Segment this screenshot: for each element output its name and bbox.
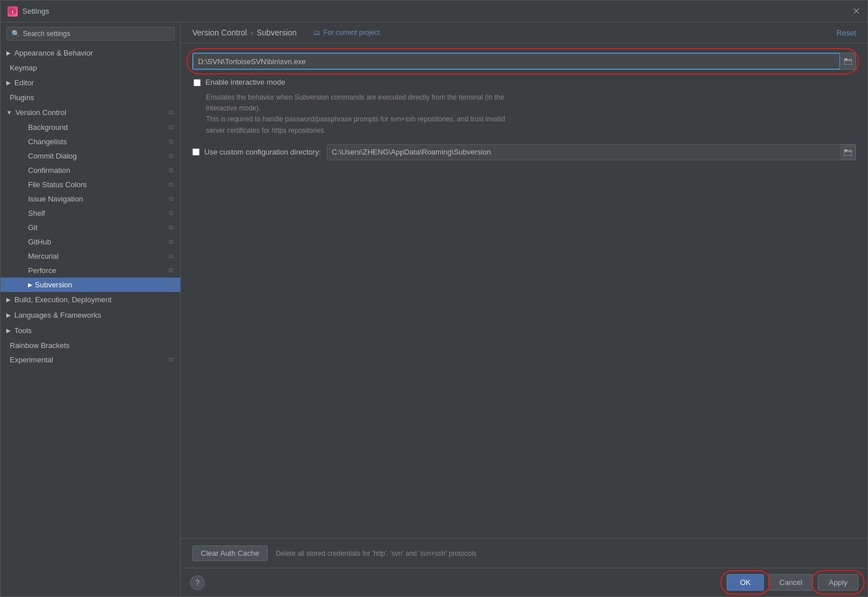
sidebar-item-commit-dialog[interactable]: Commit Dialog ⧉ xyxy=(1,149,180,163)
content-area: 🔍 ▶ Appearance & Behavior Keymap ▶ Edito… xyxy=(1,22,867,596)
for-project-label: For current project xyxy=(323,29,379,37)
close-button[interactable]: ✕ xyxy=(851,7,861,16)
svg-text:I: I xyxy=(12,9,14,15)
sidebar-item-languages[interactable]: ▶ Languages & Frameworks xyxy=(1,307,180,323)
use-custom-config-label[interactable]: Use custom configuration directory: xyxy=(204,148,321,156)
sidebar-item-editor[interactable]: ▶ Editor xyxy=(1,75,180,90)
sidebar-item-experimental[interactable]: Experimental ⧉ xyxy=(1,353,180,367)
sidebar-item-label: GitHub xyxy=(28,238,51,246)
svg-rect-5 xyxy=(845,149,847,151)
ok-button[interactable]: OK xyxy=(727,574,764,591)
breadcrumb-parent: Version Control xyxy=(192,28,247,37)
copy-icon: ⧉ xyxy=(169,356,173,363)
custom-config-browse-button[interactable] xyxy=(840,144,856,160)
sidebar: 🔍 ▶ Appearance & Behavior Keymap ▶ Edito… xyxy=(1,22,181,596)
sidebar-item-background[interactable]: Background ⧉ xyxy=(1,120,180,135)
sidebar-item-keymap[interactable]: Keymap xyxy=(1,61,180,75)
sidebar-item-label: Commit Dialog xyxy=(28,152,77,160)
for-project-link[interactable]: 🗂 For current project xyxy=(314,29,379,37)
breadcrumb-current: Subversion xyxy=(256,28,296,37)
chevron-right-icon: ▶ xyxy=(6,327,11,334)
help-button[interactable]: ? xyxy=(190,575,205,590)
apply-button[interactable]: Apply xyxy=(818,574,858,591)
copy-icon: ⧉ xyxy=(169,109,173,116)
sidebar-item-tools[interactable]: ▶ Tools xyxy=(1,323,180,338)
sidebar-item-file-status-colors[interactable]: File Status Colors ⧉ xyxy=(1,177,180,192)
sidebar-item-label: Plugins xyxy=(10,93,34,102)
interactive-mode-checkbox[interactable] xyxy=(193,79,201,86)
copy-icon: ⧉ xyxy=(169,281,173,288)
sidebar-item-confirmation[interactable]: Confirmation ⧉ xyxy=(1,163,180,177)
project-icon: 🗂 xyxy=(314,29,320,37)
sidebar-item-label: Subversion xyxy=(35,280,72,289)
sidebar-item-issue-navigation[interactable]: Issue Navigation ⧉ xyxy=(1,192,180,206)
custom-config-input[interactable] xyxy=(327,144,841,160)
sidebar-item-git[interactable]: Git ⧉ xyxy=(1,220,180,235)
sidebar-item-github[interactable]: GitHub ⧉ xyxy=(1,235,180,249)
chevron-right-icon: ▶ xyxy=(6,50,11,56)
copy-icon: ⧉ xyxy=(169,267,173,274)
sidebar-item-label: Editor xyxy=(14,78,34,87)
interactive-description: Emulates the behavior when Subversion co… xyxy=(206,92,856,136)
search-icon: 🔍 xyxy=(11,30,20,38)
search-input[interactable] xyxy=(23,30,169,38)
svn-path-row xyxy=(192,53,856,70)
sidebar-item-shelf[interactable]: Shelf ⧉ xyxy=(1,206,180,220)
sidebar-item-rainbow-brackets[interactable]: Rainbow Brackets xyxy=(1,338,180,353)
svg-rect-4 xyxy=(844,151,852,156)
chevron-right-icon: ▶ xyxy=(28,282,33,288)
sidebar-item-label: Changelists xyxy=(28,137,67,146)
sidebar-item-label: Git xyxy=(28,223,38,232)
copy-icon: ⧉ xyxy=(169,152,173,160)
settings-window: I Settings ✕ 🔍 ▶ Appearance & Behavior K… xyxy=(0,0,868,597)
sidebar-item-changelists[interactable]: Changelists ⧉ xyxy=(1,135,180,149)
sidebar-item-label: Version Control xyxy=(15,108,66,117)
cache-description: Delete all stored credentials for 'http'… xyxy=(276,549,477,558)
sidebar-item-build-execution[interactable]: ▶ Build, Execution, Deployment xyxy=(1,292,180,307)
sidebar-item-label: Tools xyxy=(14,326,31,335)
breadcrumb: Version Control › Subversion xyxy=(192,28,296,37)
sidebar-item-mercurial[interactable]: Mercurial ⧉ xyxy=(1,249,180,263)
sidebar-item-subversion[interactable]: ▶ Subversion ⧉ xyxy=(1,278,180,292)
copy-icon: ⧉ xyxy=(169,138,173,145)
sidebar-item-label: Mercurial xyxy=(28,252,58,260)
description-line4: server certificates for https repositori… xyxy=(206,126,326,135)
copy-icon: ⧉ xyxy=(169,224,173,231)
copy-icon: ⧉ xyxy=(169,209,173,217)
cancel-button[interactable]: Cancel xyxy=(768,574,813,591)
sidebar-item-label: Perforce xyxy=(28,266,56,275)
sidebar-item-label: Issue Navigation xyxy=(28,195,83,203)
title-bar: I Settings ✕ xyxy=(1,1,867,22)
sidebar-item-label: Background xyxy=(28,123,68,132)
svn-path-browse-button[interactable] xyxy=(840,53,856,70)
window-title: Settings xyxy=(22,7,851,15)
sidebar-item-appearance[interactable]: ▶ Appearance & Behavior xyxy=(1,45,180,61)
main-content: Enable interactive mode Emulates the beh… xyxy=(181,44,867,538)
description-line2: interactive mode). xyxy=(206,104,260,112)
use-custom-config-checkbox[interactable] xyxy=(192,148,200,156)
sidebar-item-label: File Status Colors xyxy=(28,180,87,189)
sidebar-item-perforce[interactable]: Perforce ⧉ xyxy=(1,263,180,278)
main-footer: Clear Auth Cache Delete all stored crede… xyxy=(181,538,867,568)
interactive-mode-label[interactable]: Enable interactive mode xyxy=(205,78,285,86)
main-header: Version Control › Subversion 🗂 For curre… xyxy=(181,22,867,44)
interactive-mode-row: Enable interactive mode xyxy=(192,78,856,86)
description-line1: Emulates the behavior when Subversion co… xyxy=(206,93,504,101)
sidebar-item-label: Shelf xyxy=(28,209,45,218)
description-line3: This is required to handle password/pass… xyxy=(206,115,505,123)
chevron-right-icon: ▶ xyxy=(6,80,11,86)
chevron-down-icon: ▼ xyxy=(6,109,12,116)
sidebar-item-label: Confirmation xyxy=(28,166,70,175)
chevron-right-icon: ▶ xyxy=(6,296,11,303)
svn-path-input[interactable] xyxy=(192,53,841,70)
sidebar-item-plugins[interactable]: Plugins xyxy=(1,90,180,105)
clear-auth-cache-button[interactable]: Clear Auth Cache xyxy=(192,545,268,561)
copy-icon: ⧉ xyxy=(169,252,173,260)
svn-path-wrapper xyxy=(192,53,856,70)
copy-icon: ⧉ xyxy=(169,124,173,131)
sidebar-item-label: Appearance & Behavior xyxy=(14,49,93,57)
breadcrumb-separator: › xyxy=(251,28,253,37)
sidebar-item-label: Rainbow Brackets xyxy=(10,341,70,350)
reset-button[interactable]: Reset xyxy=(837,29,856,37)
sidebar-item-version-control[interactable]: ▼ Version Control ⧉ xyxy=(1,105,180,120)
